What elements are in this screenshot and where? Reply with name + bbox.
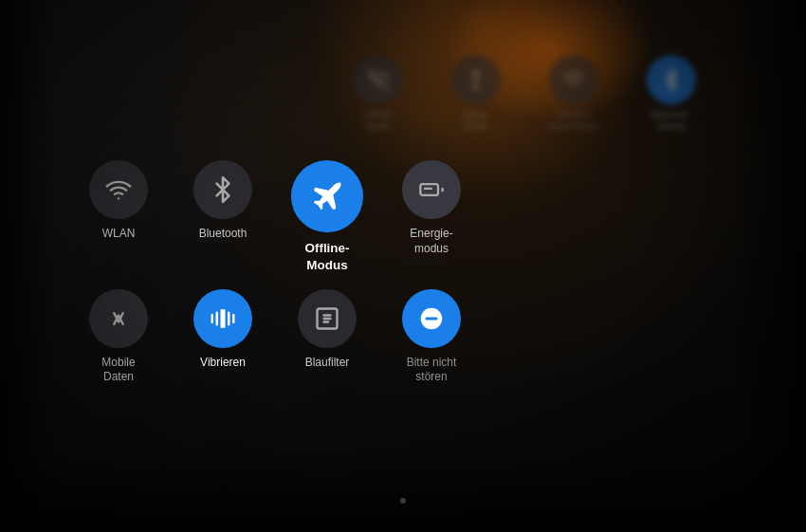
btshare-circle	[647, 55, 696, 104]
btshare-label: Bluetooth-sharing	[651, 110, 690, 132]
quick-item-dnd[interactable]: Bitte nichtstören	[389, 289, 474, 385]
offnet-circle	[354, 55, 403, 104]
bottom-fade	[0, 456, 806, 532]
vibrieren-circle	[193, 289, 252, 348]
blaufilter-circle	[298, 289, 357, 348]
energie-label: Energie-modus	[410, 227, 452, 256]
quick-item-bluetooth[interactable]: Bluetooth	[180, 160, 266, 242]
quick-item-offline[interactable]: Offline-Modus	[280, 160, 376, 274]
mobile-label: MobileDaten	[101, 356, 135, 385]
middle-row: WLAN Bluetooth	[28, 132, 787, 262]
bluetooth-label: Bluetooth	[199, 227, 247, 242]
wlan-circle	[89, 160, 148, 219]
top-row: Off-netfunnel Buttonlampe	[28, 38, 787, 132]
energie-circle	[402, 160, 461, 219]
phone-screen: Off-netfunnel Buttonlampe	[28, 28, 787, 523]
bottom-row: MobileDaten Vibrieren	[28, 263, 787, 385]
wireless-label: WirelessPower Share	[548, 110, 597, 132]
wireless-circle	[549, 55, 598, 104]
right-fade	[730, 0, 806, 532]
quick-item-vibrieren[interactable]: Vibrieren	[180, 289, 266, 371]
mobile-circle	[89, 289, 148, 348]
quick-item-mobile[interactable]: MobileDaten	[76, 289, 161, 385]
dot-indicator	[400, 498, 406, 504]
scene: Off-netfunnel Buttonlampe	[0, 0, 806, 532]
blaufilter-label: Blaufilter	[305, 356, 350, 371]
quick-item-blaufilter[interactable]: Blaufilter	[284, 289, 370, 371]
quick-item-energie[interactable]: Energie-modus	[389, 160, 474, 256]
top-item-btshare: Bluetooth-sharing	[631, 55, 711, 132]
button-circle	[451, 55, 501, 104]
top-item-button: Buttonlampe	[435, 55, 516, 132]
quick-item-wlan[interactable]: WLAN	[76, 160, 161, 242]
button-label: Buttonlampe	[463, 110, 487, 132]
wlan-label: WLAN	[102, 227, 136, 242]
vibrieren-label: Vibrieren	[200, 356, 246, 371]
offline-circle	[291, 160, 363, 232]
dnd-circle	[402, 289, 461, 348]
top-item-wireless: WirelessPower Share	[533, 55, 614, 132]
offline-label: Offline-Modus	[304, 241, 349, 274]
top-item-offnet: Off-netfunnel	[338, 55, 418, 132]
bluetooth-circle	[193, 160, 252, 219]
dnd-label: Bitte nichtstören	[407, 356, 457, 385]
offnet-label: Off-netfunnel	[365, 110, 391, 132]
